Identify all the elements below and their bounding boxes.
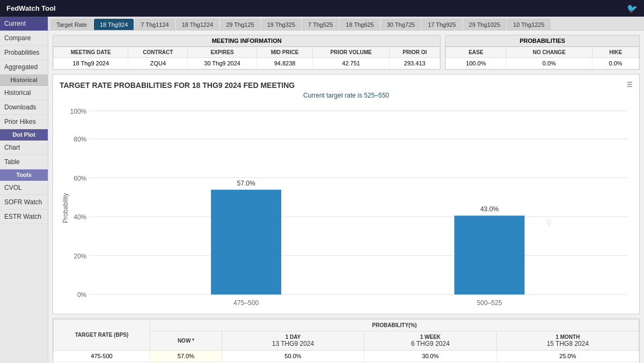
chart-svg: 0% 20% 40% 60% 80% 100%	[60, 103, 633, 307]
bottom-table-box: TARGET RATE (BPS) PROBABILITY(%) NOW * 1…	[53, 318, 640, 363]
col-no-change: NO CHANGE	[506, 47, 592, 58]
col-ease: EASE	[446, 47, 506, 58]
tab-18thg924[interactable]: 18 Thg924	[94, 19, 134, 30]
cell-prior-volume: 42.751	[313, 58, 390, 69]
meeting-info-header: MEETING INFORMATION	[53, 35, 440, 47]
chart-subtitle: Current target rate is 525–550	[60, 92, 633, 99]
cell-now-1: 57.0%	[150, 351, 222, 362]
col-mid-price: MID PRICE	[257, 47, 312, 58]
sidebar-item-current[interactable]: Current	[0, 17, 48, 31]
tab-29thg125[interactable]: 29 Thg125	[220, 19, 260, 30]
sidebar-item-cvol[interactable]: CVOL	[0, 181, 48, 195]
col-prior-volume: PRIOR VOLUME	[313, 47, 390, 58]
sidebar-item-compare[interactable]: Compare	[0, 31, 48, 46]
subh-1month: 1 MONTH15 THG8 2024	[496, 331, 639, 351]
chart-area: 0% 20% 40% 60% 80% 100%	[60, 103, 633, 307]
meeting-info-table: MEETING DATE CONTRACT EXPIRES MID PRICE …	[53, 47, 440, 69]
watermark: Q	[546, 218, 551, 226]
cell-mid-price: 94.8238	[257, 58, 312, 69]
tab-17thg925[interactable]: 17 Thg925	[422, 19, 462, 30]
svg-text:80%: 80%	[74, 136, 86, 143]
svg-text:20%: 20%	[74, 253, 86, 260]
svg-text:Probability: Probability	[62, 192, 69, 223]
col-expires: EXPIRES	[188, 47, 257, 58]
probabilities-table: EASE NO CHANGE HIKE 100.0% 0.0% 0.0%	[445, 47, 639, 69]
sidebar-item-probabilities[interactable]: Probabilities	[0, 46, 48, 60]
svg-text:0%: 0%	[77, 291, 87, 299]
subh-now: NOW *	[150, 331, 222, 351]
tab-7thg525[interactable]: 7 Thg525	[302, 19, 339, 30]
meeting-info-box: MEETING INFORMATION MEETING DATE CONTRAC…	[53, 35, 441, 70]
bar-label-43: 43.0%	[480, 205, 499, 213]
chart-box: TARGET RATE PROBABILITIES FOR 18 THG9 20…	[53, 74, 640, 314]
svg-text:40%: 40%	[74, 213, 86, 221]
subh-1week: 1 WEEK6 THG9 2024	[364, 331, 497, 351]
probabilities-box: PROBABILITIES EASE NO CHANGE HIKE 100.0%	[445, 35, 640, 70]
sidebar-dot-plot[interactable]: Dot Plot	[0, 129, 48, 140]
col-contract: CONTRACT	[128, 47, 188, 58]
col-hike: HIKE	[592, 47, 639, 58]
tab-29thg1025[interactable]: 29 Thg1025	[463, 19, 507, 30]
bar-label-57: 57.0%	[237, 180, 255, 187]
sidebar-item-downloads[interactable]: Downloads	[0, 100, 48, 115]
bar-500-525	[455, 216, 525, 294]
sidebar-tools-header: Tools	[0, 169, 48, 181]
tab-target-rate[interactable]: Target Rate	[50, 19, 93, 30]
col-meeting-date: MEETING DATE	[54, 47, 128, 58]
cell-meeting-date: 18 Thg9 2024	[54, 58, 128, 69]
x-label-500-525: 500–525	[477, 299, 502, 307]
sidebar-item-aggregated[interactable]: Aggregated	[0, 60, 48, 75]
bottom-table: TARGET RATE (BPS) PROBABILITY(%) NOW * 1…	[53, 319, 639, 363]
cell-day1-1: 50.0%	[222, 351, 364, 362]
table-row: 475-500 57.0% 50.0% 30.0% 25.0%	[54, 351, 639, 362]
sidebar-item-historical[interactable]: Historical	[0, 86, 48, 100]
tab-18thg625[interactable]: 18 Thg625	[340, 19, 379, 30]
sidebar-historical-header: Historical	[0, 75, 48, 86]
cell-hike: 0.0%	[592, 58, 639, 69]
meeting-info-row: 18 Thg9 2024 ZQU4 30 Thg9 2024 94.8238 4…	[54, 58, 440, 69]
app-title: FedWatch Tool	[6, 4, 56, 12]
tab-18thg1224[interactable]: 18 Thg1224	[176, 19, 219, 30]
sidebar-item-table[interactable]: Table	[0, 155, 48, 169]
sidebar: Current Compare Probabilities Aggregated…	[0, 17, 48, 363]
cell-rate-1: 475-500	[54, 351, 150, 362]
sidebar-item-sofr-watch[interactable]: SOFR Watch	[0, 195, 48, 210]
chart-title: TARGET RATE PROBABILITIES FOR 18 THG9 20…	[60, 81, 295, 90]
prob-header: PROBABILITY(%)	[150, 320, 639, 331]
cell-prior-oi: 293.413	[390, 58, 440, 69]
app-header: FedWatch Tool 🐦	[0, 0, 644, 17]
tab-10thg1225[interactable]: 10 Thg1225	[507, 19, 551, 30]
cell-no-change: 0.0%	[506, 58, 592, 69]
tab-19thg325[interactable]: 19 Thg325	[261, 19, 301, 30]
subh-1day: 1 DAY13 THG9 2024	[222, 331, 364, 351]
main-content: Target Rate 18 Thg924 7 Thg1124 18 Thg12…	[48, 17, 644, 363]
bar-475-500	[211, 190, 281, 294]
twitter-icon[interactable]: 🐦	[627, 3, 638, 13]
sidebar-item-chart[interactable]: Chart	[0, 140, 48, 155]
cell-ease: 100.0%	[446, 58, 506, 69]
cell-contract: ZQU4	[128, 58, 188, 69]
content-area: MEETING INFORMATION MEETING DATE CONTRAC…	[48, 31, 644, 363]
svg-text:60%: 60%	[74, 175, 86, 182]
probabilities-row: 100.0% 0.0% 0.0%	[446, 58, 639, 69]
tab-30thg725[interactable]: 30 Thg725	[381, 19, 421, 30]
info-prob-row: MEETING INFORMATION MEETING DATE CONTRAC…	[53, 35, 640, 70]
x-label-475-500: 475–500	[233, 299, 259, 307]
svg-text:100%: 100%	[70, 108, 86, 115]
tab-bar: Target Rate 18 Thg924 7 Thg1124 18 Thg12…	[48, 17, 644, 31]
cell-expires: 30 Thg9 2024	[188, 58, 257, 69]
chart-menu-icon[interactable]: ☰	[627, 81, 633, 88]
sidebar-item-prior-hikes[interactable]: Prior Hikes	[0, 115, 48, 129]
cell-month1-1: 25.0%	[496, 351, 639, 362]
sidebar-item-estr-watch[interactable]: ESTR Watch	[0, 210, 48, 224]
cell-week1-1: 30.0%	[364, 351, 497, 362]
col-target-rate-bps: TARGET RATE (BPS)	[54, 320, 150, 351]
probabilities-header: PROBABILITIES	[445, 35, 639, 47]
col-prior-oi: PRIOR OI	[390, 47, 440, 58]
tab-7thg1124[interactable]: 7 Thg1124	[135, 19, 174, 30]
